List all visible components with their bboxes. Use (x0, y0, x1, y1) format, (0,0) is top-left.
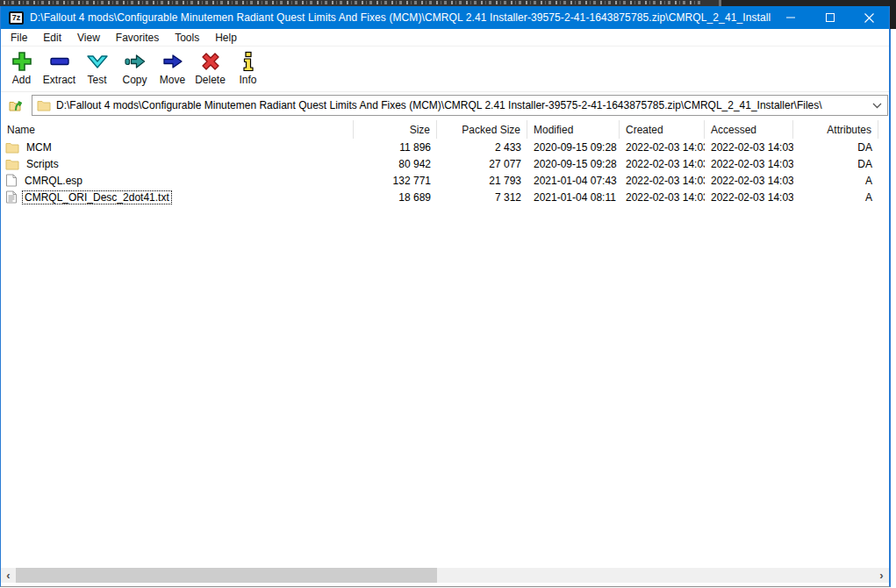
file-created: 2022-02-03 14:03 (620, 175, 705, 187)
add-plus-icon (11, 50, 33, 73)
close-button[interactable] (849, 6, 889, 29)
file-name: MCM (24, 140, 54, 154)
file-modified: 2020-09-15 09:28 (527, 158, 620, 170)
table-row[interactable]: Scripts 80 942 27 077 2020-09-15 09:28 2… (1, 155, 889, 172)
folder-icon (5, 158, 19, 170)
file-accessed: 2022-02-03 14:03 (705, 175, 793, 187)
address-path: D:\Fallout 4 mods\Configurable Minutemen… (56, 99, 867, 111)
scrollbar-track[interactable] (16, 568, 874, 583)
file-modified: 2021-01-04 07:43 (527, 175, 620, 187)
menu-item-help[interactable]: Help (207, 30, 245, 46)
toolbar: Add Extract Test Copy (1, 47, 889, 92)
add-button-label: Add (12, 74, 31, 86)
close-icon (864, 12, 875, 24)
file-packed-size: 7 312 (437, 191, 527, 204)
delete-button-label: Delete (195, 74, 226, 86)
folder-icon (5, 141, 19, 154)
file-icon (5, 174, 18, 187)
background-window-strip (0, 0, 896, 6)
copy-button-label: Copy (122, 74, 147, 86)
test-check-icon (86, 50, 109, 73)
table-row[interactable]: CMRQL.esp 132 771 21 793 2021-01-04 07:4… (1, 172, 889, 189)
scroll-right-button[interactable]: › (874, 568, 889, 583)
7zip-window: 7z D:\Fallout 4 mods\Configurable Minute… (0, 6, 891, 587)
horizontal-scrollbar[interactable]: ‹ › (1, 568, 889, 583)
file-packed-size: 21 793 (437, 175, 527, 187)
column-header-created[interactable]: Created (620, 120, 705, 139)
file-size: 80 942 (354, 158, 437, 170)
file-attributes: DA (793, 158, 878, 170)
7zip-app-icon: 7z (9, 11, 24, 25)
file-created: 2022-02-03 14:03 (620, 191, 705, 204)
info-i-icon (237, 50, 260, 73)
menu-item-favorites[interactable]: Favorites (108, 30, 167, 46)
address-bar-row: D:\Fallout 4 mods\Configurable Minutemen… (1, 92, 889, 118)
text-file-icon (5, 190, 18, 204)
test-button[interactable]: Test (78, 50, 116, 86)
info-button[interactable]: Info (229, 50, 267, 86)
column-header-modified[interactable]: Modified (527, 120, 620, 139)
extract-minus-icon (48, 50, 71, 73)
column-header-packed-size[interactable]: Packed Size (437, 120, 527, 139)
file-packed-size: 27 077 (437, 158, 527, 170)
file-accessed: 2022-02-03 14:03 (705, 141, 793, 154)
file-accessed: 2022-02-03 14:03 (705, 158, 793, 170)
menu-item-tools[interactable]: Tools (167, 30, 207, 46)
file-created: 2022-02-03 14:03 (620, 141, 705, 154)
file-size: 18 689 (354, 191, 437, 204)
file-packed-size: 2 433 (437, 141, 527, 154)
title-bar: 7z D:\Fallout 4 mods\Configurable Minute… (1, 6, 889, 29)
menu-bar: File Edit View Favorites Tools Help (1, 29, 889, 47)
column-header-name[interactable]: Name (1, 120, 354, 139)
chevron-down-icon[interactable] (872, 103, 882, 109)
screen: 7z D:\Fallout 4 mods\Configurable Minute… (0, 0, 896, 588)
copy-arrow-icon (124, 50, 147, 73)
table-row[interactable]: MCM 11 896 2 433 2020-09-15 09:28 2022-0… (1, 139, 889, 155)
copy-button[interactable]: Copy (116, 50, 154, 86)
delete-x-icon (199, 50, 222, 73)
folder-icon (37, 99, 51, 111)
background-window-corner (890, 0, 896, 29)
file-modified: 2020-09-15 09:28 (527, 141, 620, 154)
folder-up-icon (8, 97, 25, 114)
file-size: 11 896 (354, 141, 437, 154)
list-header: Name Size Packed Size Modified Created A… (1, 120, 889, 139)
column-header-size[interactable]: Size (354, 120, 437, 139)
file-created: 2022-02-03 14:03 (620, 158, 705, 170)
column-header-attributes[interactable]: Attributes (793, 120, 878, 139)
maximize-icon (825, 12, 835, 23)
menu-item-view[interactable]: View (69, 30, 108, 46)
file-attributes: A (793, 191, 878, 204)
info-button-label: Info (239, 74, 256, 86)
menu-item-file[interactable]: File (3, 30, 35, 46)
file-attributes: A (793, 175, 878, 187)
move-arrow-icon (161, 50, 184, 73)
file-list: MCM 11 896 2 433 2020-09-15 09:28 2022-0… (1, 139, 889, 205)
delete-button[interactable]: Delete (191, 50, 229, 86)
window-controls (771, 6, 889, 29)
table-row[interactable]: CMRQL_ORI_Desc_2dot41.txt 18 689 7 312 2… (1, 189, 889, 205)
file-modified: 2021-01-04 08:11 (527, 191, 620, 204)
scrollbar-thumb[interactable] (16, 568, 437, 583)
file-accessed: 2022-02-03 14:03 (705, 191, 793, 204)
minimize-button[interactable] (771, 6, 810, 29)
up-one-level-button[interactable] (4, 94, 29, 117)
maximize-button[interactable] (810, 6, 849, 29)
test-button-label: Test (87, 74, 106, 86)
window-title: D:\Fallout 4 mods\Configurable Minutemen… (30, 11, 771, 24)
extract-button[interactable]: Extract (40, 50, 78, 86)
add-button[interactable]: Add (3, 50, 40, 86)
address-combobox[interactable]: D:\Fallout 4 mods\Configurable Minutemen… (32, 95, 888, 116)
move-button-label: Move (160, 74, 185, 86)
extract-button-label: Extract (43, 74, 75, 86)
file-name: CMRQL_ORI_Desc_2dot41.txt (22, 190, 172, 204)
file-name: CMRQL.esp (22, 174, 85, 188)
file-attributes: DA (793, 141, 878, 154)
move-button[interactable]: Move (154, 50, 191, 86)
file-name: Scripts (24, 157, 61, 171)
scroll-left-button[interactable]: ‹ (1, 568, 16, 583)
file-size: 132 771 (354, 175, 437, 187)
column-header-accessed[interactable]: Accessed (705, 120, 793, 139)
menu-item-edit[interactable]: Edit (35, 30, 69, 46)
minimize-icon (785, 12, 796, 23)
